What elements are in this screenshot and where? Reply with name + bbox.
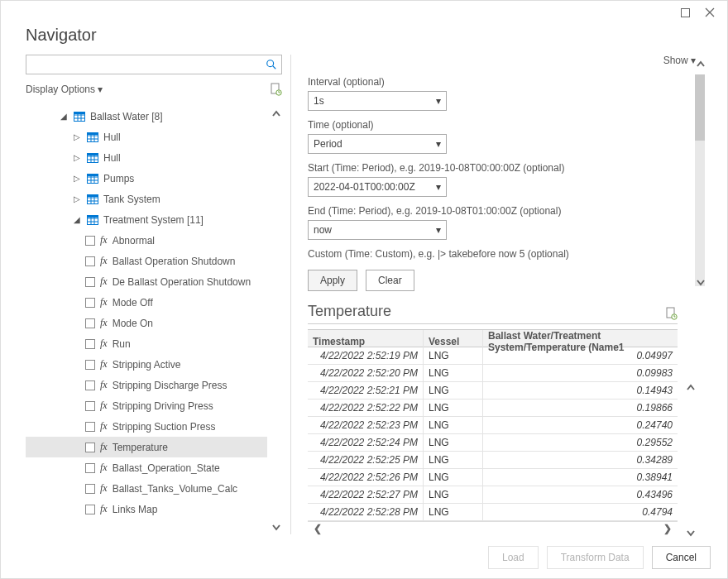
tree-node-hull-2[interactable]: ▷ Hull — [26, 147, 267, 168]
end-select[interactable]: now ▾ — [308, 220, 447, 240]
table-row[interactable]: 4/22/2022 2:52:20 PMLNG0.09983 — [308, 365, 678, 382]
checkbox[interactable] — [85, 277, 95, 287]
cell-value: 0.09983 — [483, 365, 678, 381]
tree-node-fx-stripping-suction-press[interactable]: fxStripping Suction Press — [26, 416, 267, 437]
tree-node-hull-1[interactable]: ▷ Hull — [26, 127, 267, 147]
scroll-down-icon[interactable] — [694, 275, 707, 291]
maximize-button[interactable] — [673, 2, 697, 22]
transform-data-button: Transform Data — [547, 546, 644, 569]
apply-button[interactable]: Apply — [308, 270, 357, 291]
clear-button[interactable]: Clear — [366, 270, 414, 291]
checkbox[interactable] — [85, 484, 95, 494]
tree-node-pumps[interactable]: ▷ Pumps — [26, 168, 267, 189]
tree-scrollbar[interactable] — [271, 108, 282, 534]
tree-node-fx-mode-on[interactable]: fxMode On — [26, 313, 267, 333]
svg-rect-12 — [74, 112, 85, 114]
checkbox[interactable] — [85, 360, 95, 370]
time-select[interactable]: Period ▾ — [308, 134, 447, 154]
checkbox[interactable] — [85, 463, 95, 473]
tree-node-fx-ballast-op-state[interactable]: fxBallast_Operation_State — [26, 457, 267, 478]
grid-horizontal-scrollbar[interactable]: ❮ ❯ — [308, 521, 678, 534]
table-row[interactable]: 4/22/2022 2:52:28 PMLNG0.4794 — [308, 504, 678, 521]
scroll-up-icon[interactable] — [694, 56, 707, 73]
refresh-preview-icon[interactable] — [666, 307, 678, 320]
refresh-tree-icon[interactable] — [271, 83, 282, 96]
tree-node-fx-links-map[interactable]: fxLinks Map — [26, 499, 267, 519]
display-options-dropdown[interactable]: Display Options ▾ — [26, 84, 103, 95]
table-row[interactable]: 4/22/2022 2:52:19 PMLNG0.04997 — [308, 347, 678, 365]
svg-rect-42 — [87, 215, 98, 218]
tree-node-fx-run[interactable]: fxRun — [26, 333, 267, 354]
table-row[interactable]: 4/22/2022 2:52:27 PMLNG0.43496 — [308, 486, 678, 504]
cell-vessel: LNG — [424, 486, 483, 503]
expand-icon: ▷ — [74, 174, 82, 183]
cell-value: 0.19866 — [483, 400, 678, 416]
scroll-right-icon[interactable]: ❯ — [663, 523, 678, 534]
tree-node-fx-de-ballast-op-shutdown[interactable]: fxDe Ballast Operation Shutdown — [26, 271, 267, 292]
time-label: Time (optional) — [308, 119, 678, 131]
checkbox[interactable] — [85, 256, 95, 266]
cancel-button[interactable]: Cancel — [652, 546, 711, 569]
search-input[interactable] — [26, 55, 261, 74]
tree-node-fx-stripping-active[interactable]: fxStripping Active — [26, 354, 267, 375]
cell-value: 0.14943 — [483, 382, 678, 399]
tree-node-fx-stripping-driving-press[interactable]: fxStripping Driving Press — [26, 395, 267, 416]
table-row[interactable]: 4/22/2022 2:52:24 PMLNG0.29552 — [308, 434, 678, 452]
chevron-down-icon: ▾ — [436, 224, 441, 236]
collapse-icon: ◢ — [74, 215, 82, 224]
tree-node-fx-abnormal[interactable]: fxAbnormal — [26, 230, 267, 251]
scroll-down-icon[interactable] — [684, 526, 697, 541]
tree-node-ballast-water[interactable]: ◢ Ballast Water [8] — [26, 106, 267, 127]
chevron-down-icon: ▾ — [436, 181, 441, 193]
table-row[interactable]: 4/22/2022 2:52:22 PMLNG0.19866 — [308, 400, 678, 417]
cell-vessel: LNG — [424, 400, 483, 416]
checkbox[interactable] — [85, 443, 95, 452]
tree-node-fx-ballast-tanks-vol[interactable]: fxBallast_Tanks_Volume_Calc — [26, 478, 267, 499]
fx-icon: fx — [100, 482, 108, 495]
checkbox[interactable] — [85, 505, 95, 514]
fx-icon: fx — [100, 400, 108, 412]
scroll-down-icon[interactable] — [271, 521, 282, 534]
navigator-tree: ◢ Ballast Water [8] ▷ Hull ▷ Hull — [26, 101, 282, 519]
checkbox[interactable] — [85, 236, 95, 246]
load-button: Load — [488, 546, 539, 569]
search-icon[interactable] — [261, 55, 281, 74]
checkbox[interactable] — [85, 401, 95, 411]
tree-label: Stripping Driving Press — [113, 400, 213, 412]
tree-node-fx-ballast-op-shutdown[interactable]: fxBallast Operation Shutdown — [26, 251, 267, 271]
interval-select[interactable]: 1s ▾ — [308, 91, 447, 111]
cell-value: 0.38941 — [483, 469, 678, 486]
cell-timestamp: 4/22/2022 2:52:28 PM — [308, 504, 424, 520]
table-row[interactable]: 4/22/2022 2:52:21 PMLNG0.14943 — [308, 382, 678, 400]
scroll-up-icon[interactable] — [271, 108, 282, 121]
checkbox[interactable] — [85, 318, 95, 328]
close-button[interactable] — [697, 2, 722, 22]
checkbox[interactable] — [85, 380, 95, 390]
scroll-left-icon[interactable]: ❮ — [308, 523, 322, 534]
checkbox[interactable] — [85, 422, 95, 432]
tree-node-tank-system[interactable]: ▷ Tank System — [26, 189, 267, 209]
scrollbar-thumb[interactable] — [695, 74, 705, 141]
table-row[interactable]: 4/22/2022 2:52:25 PMLNG0.34289 — [308, 452, 678, 469]
tree-node-treatment-system[interactable]: ◢ Treatment System [11] — [26, 209, 267, 230]
tree-node-fx-mode-off[interactable]: fxMode Off — [26, 292, 267, 313]
table-row[interactable]: 4/22/2022 2:52:23 PMLNG0.24740 — [308, 417, 678, 434]
tree-label: Ballast_Operation_State — [113, 462, 220, 474]
chevron-down-icon: ▾ — [98, 84, 103, 95]
cell-timestamp: 4/22/2022 2:52:25 PM — [308, 452, 424, 468]
checkbox[interactable] — [85, 298, 95, 308]
cell-timestamp: 4/22/2022 2:52:19 PM — [308, 347, 424, 364]
tree-label: Ballast Operation Shutdown — [113, 256, 236, 267]
time-value: Period — [314, 138, 342, 150]
tree-node-fx-stripping-discharge-press[interactable]: fxStripping Discharge Press — [26, 375, 267, 395]
start-select[interactable]: 2022-04-01T00:00:00Z ▾ — [308, 177, 447, 197]
cell-value: 0.04997 — [483, 347, 678, 364]
scroll-up-icon[interactable] — [684, 380, 697, 395]
checkbox[interactable] — [85, 339, 95, 349]
show-dropdown[interactable]: Show ▾ — [663, 55, 696, 66]
fx-icon: fx — [100, 337, 108, 350]
grid-vertical-scrollbar[interactable] — [684, 380, 697, 541]
table-icon — [87, 194, 98, 204]
tree-node-fx-temperature[interactable]: fxTemperature — [26, 437, 267, 457]
table-row[interactable]: 4/22/2022 2:52:26 PMLNG0.38941 — [308, 469, 678, 486]
